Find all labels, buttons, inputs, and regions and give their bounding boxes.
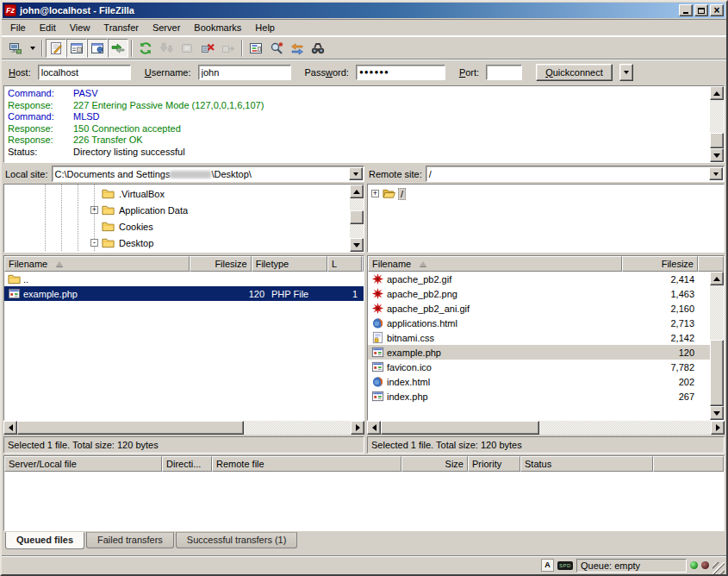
menu-item[interactable]: Transfer <box>96 21 146 34</box>
disconnect-button[interactable] <box>197 39 218 58</box>
username-input[interactable] <box>198 65 291 80</box>
cancel-operation-button[interactable] <box>177 39 197 58</box>
scroll-up-button[interactable] <box>350 185 364 198</box>
file-icon <box>371 302 384 315</box>
scrollbar-thumb[interactable] <box>350 210 364 224</box>
tree-expander[interactable]: + <box>90 206 98 214</box>
local-tree-scrollbar[interactable] <box>350 185 364 252</box>
file-row[interactable]: bitnami.css 2,142 <box>368 330 710 345</box>
queue-column-header[interactable]: Priority <box>468 456 520 472</box>
maximize-button[interactable] <box>694 4 708 16</box>
site-manager-button[interactable] <box>5 39 26 58</box>
site-manager-dropdown[interactable] <box>26 39 39 58</box>
scroll-up-button[interactable] <box>710 272 724 285</box>
toggle-message-log-button[interactable] <box>46 39 66 58</box>
redacted-username <box>170 171 211 178</box>
scroll-up-button[interactable] <box>710 86 724 100</box>
column-header[interactable]: Filename <box>368 256 622 272</box>
find-files-button[interactable] <box>308 39 328 58</box>
combo-dropdown-icon[interactable] <box>709 167 723 180</box>
host-input[interactable] <box>38 65 131 80</box>
scroll-left-button[interactable] <box>367 421 381 435</box>
remote-site-combobox[interactable]: / <box>426 166 725 182</box>
log-line: Response: 150 Connection accepted <box>8 123 710 135</box>
queue-column-header[interactable]: Directi... <box>162 456 212 472</box>
file-row[interactable]: applications.html 2,713 <box>368 316 710 330</box>
directory-filters-button[interactable] <box>246 39 266 58</box>
scroll-down-button[interactable] <box>350 238 364 252</box>
resize-grip[interactable] <box>712 562 725 574</box>
close-button[interactable] <box>710 4 724 16</box>
tree-item[interactable]: + Application Data <box>4 202 350 218</box>
scrollbar-thumb[interactable] <box>710 340 724 406</box>
menu-item[interactable]: Bookmarks <box>187 21 248 34</box>
file-row[interactable]: apache_pb2.gif 2,414 <box>368 272 710 286</box>
quickconnect-bar: Host: Username: Password: Port: Quickcon… <box>2 59 726 85</box>
file-row[interactable]: index.html 202 <box>368 374 710 389</box>
port-input[interactable] <box>486 65 522 80</box>
column-header[interactable]: Filesize <box>190 256 252 272</box>
menu-item[interactable]: Edit <box>33 21 63 34</box>
queue-tab[interactable]: Failed transfers <box>86 532 174 548</box>
scroll-right-button[interactable] <box>711 421 725 435</box>
file-row[interactable]: apache_pb2_ani.gif 2,160 <box>368 301 710 316</box>
menu-item[interactable]: Server <box>146 21 187 34</box>
scroll-right-button[interactable] <box>351 421 364 435</box>
tree-item[interactable]: - Desktop <box>4 235 350 251</box>
quickconnect-dropdown[interactable] <box>619 64 633 81</box>
refresh-button[interactable] <box>135 39 156 58</box>
file-row[interactable]: example.php 120 <box>368 345 710 360</box>
scroll-down-button[interactable] <box>710 148 724 162</box>
remote-list-scrollbar[interactable] <box>710 272 724 420</box>
scroll-down-button[interactable] <box>710 406 724 420</box>
tree-item[interactable]: + / <box>368 185 724 202</box>
file-icon <box>8 287 21 300</box>
menu-item[interactable]: File <box>3 21 33 34</box>
file-row[interactable]: favicon.ico 7,782 <box>368 360 710 374</box>
speed-limits-icon[interactable]: SPD <box>557 561 573 570</box>
queue-column-header[interactable]: Status <box>520 456 653 472</box>
queue-tab[interactable]: Queued files <box>5 532 84 549</box>
title-bar[interactable]: Fz john@localhost - FileZilla <box>3 3 725 18</box>
queue-column-header[interactable] <box>653 456 724 472</box>
synchronized-browsing-button[interactable] <box>287 39 308 58</box>
compare-directories-button[interactable] <box>266 39 287 58</box>
queue-tab[interactable]: Successful transfers (1) <box>176 532 298 548</box>
combo-dropdown-icon[interactable] <box>349 167 363 180</box>
reconnect-button[interactable] <box>218 39 239 58</box>
tree-item[interactable]: Cookies <box>4 218 350 235</box>
tree-item[interactable]: .VirtualBox <box>4 185 350 202</box>
menu-item[interactable]: View <box>63 21 97 34</box>
toolbar-icon <box>159 41 173 55</box>
file-row[interactable]: .. <box>4 272 364 286</box>
process-queue-button[interactable] <box>156 39 177 58</box>
minimize-button[interactable] <box>679 4 693 16</box>
toggle-local-tree-button[interactable] <box>66 39 87 58</box>
column-header[interactable]: Filename <box>4 256 190 272</box>
menu-item[interactable]: Help <box>248 21 282 34</box>
password-input[interactable] <box>356 65 445 80</box>
queue-column-header[interactable]: Remote file <box>212 456 401 472</box>
toggle-remote-tree-button[interactable] <box>87 39 108 58</box>
tree-expander[interactable]: + <box>371 190 379 197</box>
file-row[interactable]: example.php 120 PHP File 1 <box>4 286 364 301</box>
remote-list-hscrollbar[interactable] <box>367 421 725 435</box>
message-log-scrollbar[interactable] <box>710 86 724 162</box>
toolbar-separator <box>41 40 43 57</box>
quickconnect-button[interactable]: Quickconnect <box>536 64 613 81</box>
column-header[interactable]: Filetype <box>252 256 327 272</box>
local-list-hscrollbar[interactable] <box>3 421 364 435</box>
scrollbar-thumb[interactable] <box>710 133 724 148</box>
scrollbar-thumb[interactable] <box>17 421 244 435</box>
column-header[interactable]: L <box>327 256 362 272</box>
file-row[interactable]: index.php 267 <box>368 389 710 404</box>
file-row[interactable]: apache_pb2.png 1,463 <box>368 286 710 301</box>
scrollbar-thumb[interactable] <box>381 421 539 435</box>
queue-column-header[interactable]: Server/Local file <box>4 456 162 472</box>
local-site-combobox[interactable]: C:\Documents and Settings\Desktop\ <box>52 166 364 182</box>
scroll-left-button[interactable] <box>3 421 17 435</box>
tree-expander[interactable]: - <box>90 239 98 247</box>
column-header[interactable]: Filesize <box>622 256 698 272</box>
toggle-transfer-queue-button[interactable] <box>108 39 128 58</box>
queue-column-header[interactable]: Size <box>401 456 468 472</box>
